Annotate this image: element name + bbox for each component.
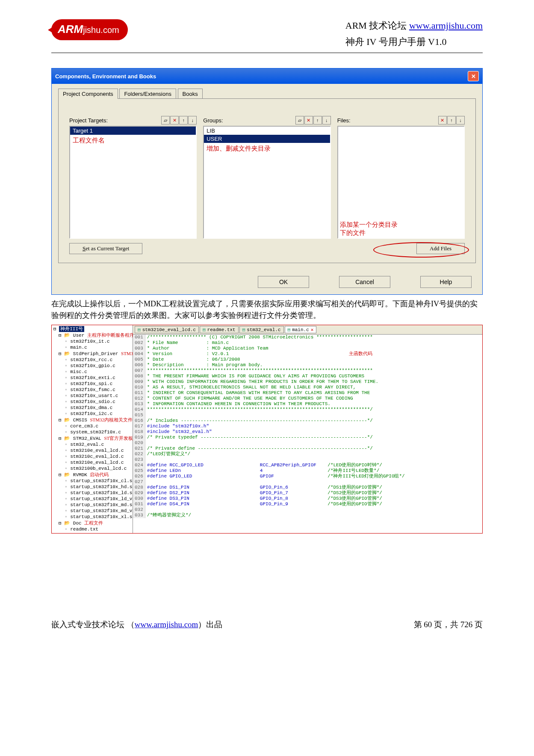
tab-folders[interactable]: Folders/Extensions xyxy=(119,89,176,99)
tab-project-components[interactable]: Project Components xyxy=(58,89,118,99)
files-list[interactable]: 添加某一个分类目录 下的文件 xyxy=(337,126,465,239)
footer-text: 嵌入式专业技术论坛 （ xyxy=(51,620,135,629)
dialog: Components, Environment and Books ✕ Proj… xyxy=(51,68,483,295)
targets-list[interactable]: Target 1 工程文件名 xyxy=(69,126,197,239)
ok-button[interactable]: OK xyxy=(258,276,309,288)
groups-list[interactable]: LIB USER 增加、删减文件夹目录 xyxy=(203,126,330,239)
dialog-title: Components, Environment and Books xyxy=(55,73,156,80)
up-icon[interactable]: ↑ xyxy=(447,116,456,125)
paragraph: 在完成以上操作以后，一个MDK工程就设置完成了，只需要依据实际应用要求编写相关的… xyxy=(51,298,483,321)
list-item[interactable]: Target 1 xyxy=(70,127,196,135)
new-icon[interactable]: ▱ xyxy=(295,116,304,125)
annotation: 工程文件名 xyxy=(70,135,196,146)
delete-icon[interactable]: ✕ xyxy=(438,116,447,125)
close-icon[interactable]: ✕ xyxy=(468,71,479,81)
delete-icon[interactable]: ✕ xyxy=(304,116,313,125)
down-icon[interactable]: ↓ xyxy=(456,116,465,125)
annotation: 增加、删减文件夹目录 xyxy=(204,143,330,154)
footer-link[interactable]: www.armjishu.com xyxy=(135,620,198,629)
up-icon[interactable]: ↑ xyxy=(313,116,322,125)
editor-tab[interactable]: ▤main.c✕ xyxy=(285,326,317,333)
help-button[interactable]: Help xyxy=(420,276,472,288)
annotation: 添加某一个分类目录 xyxy=(340,221,398,229)
up-icon[interactable]: ↑ xyxy=(179,116,188,125)
list-item[interactable]: LIB xyxy=(204,127,330,135)
down-icon[interactable]: ↓ xyxy=(322,116,331,125)
header-text: ARM 技术论坛 xyxy=(345,20,409,31)
page-number: 第 60 页，共 726 页 xyxy=(414,619,483,630)
targets-label: Project Targets: xyxy=(69,117,108,124)
project-tree[interactable]: ⊟ 神舟III号⊟ 📂 User 主程序和中断服务程序▫ stm32f10x_i… xyxy=(52,325,133,533)
new-icon[interactable]: ▱ xyxy=(161,116,170,125)
list-item[interactable]: USER xyxy=(204,135,330,143)
subtitle: 神舟 IV 号用户手册 V1.0 xyxy=(345,36,483,48)
cancel-button[interactable]: Cancel xyxy=(339,276,390,288)
files-label: Files: xyxy=(337,117,351,124)
tab-books[interactable]: Books xyxy=(178,89,203,99)
header-link[interactable]: www.armjishu.com xyxy=(409,20,483,31)
ide-screenshot: ⊟ 神舟III号⊟ 📂 User 主程序和中断服务程序▫ stm32f10x_i… xyxy=(51,325,483,534)
editor-tab[interactable]: ▤readme.txt xyxy=(200,326,239,333)
groups-label: Groups: xyxy=(203,117,223,124)
editor-tab[interactable]: ▤stm32_eval.c xyxy=(239,326,284,333)
annotation: 下的文件 xyxy=(340,229,398,237)
add-files-button[interactable]: Add Files xyxy=(416,243,465,254)
logo: ARMjishu.com xyxy=(51,19,128,40)
editor-tab[interactable]: ▤stm3210e_eval_lcd.c xyxy=(135,326,199,333)
delete-icon[interactable]: ✕ xyxy=(170,116,179,125)
down-icon[interactable]: ↓ xyxy=(188,116,197,125)
set-target-button[interactable]: Set as Current Target xyxy=(69,243,142,254)
footer-text: ）出品 xyxy=(198,620,222,629)
